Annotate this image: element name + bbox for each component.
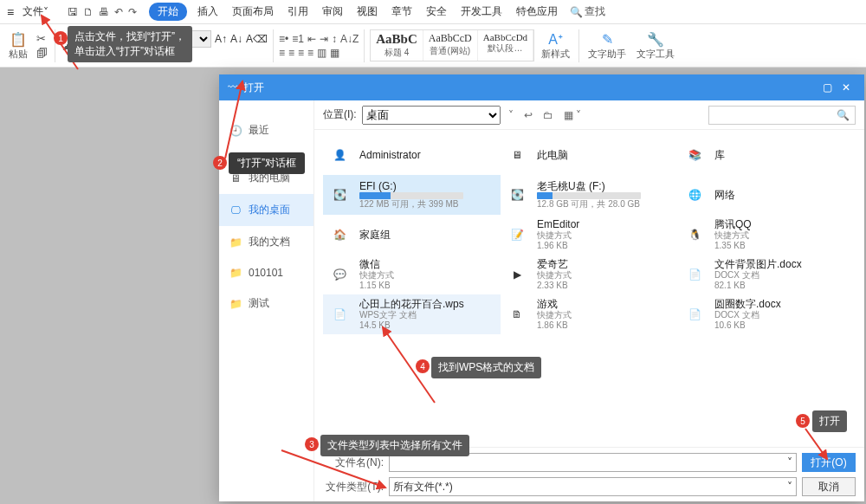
new-folder-icon[interactable]: 🗀 [540,109,556,121]
file-sub2: 122 MB 可用，共 399 MB [359,199,463,210]
file-item[interactable]: 🌐 网络 [678,175,856,215]
maximize-icon[interactable]: ▢ [818,81,837,94]
sidebar-item-desktop[interactable]: 🖵我的桌面 [219,194,313,226]
chevron-down-icon[interactable]: ˅ [506,109,516,121]
view-icon[interactable]: ▦ ˅ [561,109,584,121]
hamburger-icon[interactable]: ≡ [7,5,14,19]
file-item[interactable]: 💽 老毛桃U盘 (F:) 12.8 GB 可用，共 28.0 GB [501,175,678,215]
style-default-para[interactable]: AaBbCcDd 默认段… [478,30,533,61]
close-icon[interactable]: ✕ [837,81,856,94]
search-button[interactable]: 🔍 查找 [570,4,605,19]
align-center-icon[interactable]: ≡ [288,47,294,59]
tab-dev[interactable]: 开发工具 [454,1,509,23]
file-item[interactable]: 💽 EFI (G:) 122 MB 可用，共 399 MB [323,175,501,215]
new-style-icon: Aᐩ [548,31,563,48]
text-tools-button[interactable]: 🔧 文字工具 [633,31,678,61]
writing-assist-button[interactable]: ✎ 文字助手 [585,31,630,61]
search-input[interactable]: 🔍 [708,106,856,125]
file-icon: 📝 [504,222,530,248]
line-spacing-icon[interactable]: ↕ [332,33,337,45]
open-button[interactable]: 打开(O) [802,453,856,472]
file-item[interactable]: 📄 圆圈数字.docx DOCX 文档 10.6 KB [678,294,856,334]
tab-apps[interactable]: 特色应用 [509,1,565,23]
indent-inc-icon[interactable]: ⇥ [320,33,328,45]
sort-icon[interactable]: A↓Z [340,33,359,45]
annotation-3: 文件类型列表中选择所有文件 [320,435,469,456]
tab-review[interactable]: 审阅 [315,1,350,23]
file-sub2: 10.6 KB [714,320,781,331]
file-sub2: 82.1 KB [714,281,802,291]
print-preview-icon[interactable]: 🗋 [83,6,94,18]
clear-format-icon[interactable]: A⌫ [246,33,268,45]
redo-icon[interactable]: ↷ [128,6,137,18]
folder-icon: 📁 [229,298,242,310]
file-name: 家庭组 [359,229,391,241]
tab-layout[interactable]: 页面布局 [225,1,281,23]
up-folder-icon[interactable]: ↩ [521,109,535,121]
shading-icon[interactable]: ▥ [317,47,326,59]
tab-start[interactable]: 开始 [149,3,187,21]
annotation-4: 找到WPS格式的文档 [431,357,541,378]
grow-font-icon[interactable]: A↑ [215,33,227,45]
cut-icon[interactable]: ✂ [36,32,48,45]
save-icon[interactable]: 🖫 [68,6,78,18]
paste-button[interactable]: 📋 粘贴 [5,31,31,61]
location-bar: 位置(I): 桌面 ˅ ↩ 🗀 ▦ ˅ 🔍 [314,100,864,130]
dialog-titlebar[interactable]: 〰 打开 ▢ ✕ [219,74,864,100]
styles-gallery[interactable]: AaBbC 标题 4 AaBbCcD 普通(网站) AaBbCcDd 默认段… [370,29,534,61]
undo-icon[interactable]: ↶ [114,6,123,18]
file-sub2: 12.8 GB 可用，共 28.0 GB [537,199,641,210]
tab-chapter[interactable]: 章节 [385,1,419,23]
tab-insert[interactable]: 插入 [191,1,225,23]
location-select[interactable]: 桌面 [362,106,501,125]
sidebar-item-010101[interactable]: 📁010101 [219,258,313,288]
align-left-icon[interactable]: ≡ [279,47,285,59]
file-item[interactable]: 📄 文件背景图片.docx DOCX 文档 82.1 KB [678,255,856,294]
annotation-badge-3: 3 [305,437,319,451]
file-item[interactable]: ▶ 爱奇艺 快捷方式 2.33 KB [501,255,678,294]
file-item[interactable]: 🗎 游戏 快捷方式 1.86 KB [501,294,678,334]
style-normal-web[interactable]: AaBbCcD 普通(网站) [423,30,478,61]
chevron-down-icon: ˅ [787,481,792,493]
align-justify-icon[interactable]: ≡ [307,47,313,59]
file-icon: 💬 [326,262,352,288]
new-style-button[interactable]: Aᐩ 新样式 [538,31,573,61]
bullet-list-icon[interactable]: ≡• [279,33,288,45]
file-sub: 快捷方式 [359,270,394,281]
file-item[interactable]: 🏠 家庭组 [323,215,501,255]
wrench-icon: 🔧 [647,31,664,48]
file-item[interactable]: 💬 微信 快捷方式 1.15 KB [323,255,501,294]
chevron-down-icon: ˅ [43,6,48,18]
sidebar-item-recent[interactable]: 🕘最近 [219,114,313,146]
tab-view[interactable]: 视图 [350,1,385,23]
tab-references[interactable]: 引用 [281,1,315,23]
file-item[interactable]: 📄 心田上的花开百合.wps WPS文字 文档 14.5 KB [323,294,501,334]
indent-dec-icon[interactable]: ⇤ [307,33,316,45]
tab-security[interactable]: 安全 [419,1,454,23]
file-item[interactable]: 📝 EmEditor 快捷方式 1.96 KB [501,215,678,255]
file-sub: DOCX 文档 [714,270,802,281]
style-heading4[interactable]: AaBbC 标题 4 [371,30,423,61]
file-item[interactable]: 👤 Administrator [323,135,501,175]
file-sub2: 14.5 KB [359,320,464,331]
copy-icon[interactable]: 🗐 [36,47,48,60]
file-icon: 💽 [504,182,530,208]
number-list-icon[interactable]: ≡1 [292,33,304,45]
shrink-font-icon[interactable]: A↓ [230,33,242,45]
borders-icon[interactable]: ▦ [330,47,339,59]
file-icon: 📄 [326,301,352,327]
clipboard-icon: 📋 [10,31,27,48]
file-icon: 🏠 [326,222,352,248]
print-icon[interactable]: 🖶 [99,6,109,18]
file-menu[interactable]: 文件 ˅ [16,1,55,23]
file-item[interactable]: 🖥 此电脑 [501,135,678,175]
dialog-title: 打开 [243,81,818,95]
annotation-badge-2: 2 [213,156,227,170]
cancel-button[interactable]: 取消 [802,477,856,496]
sidebar-item-test[interactable]: 📁测试 [219,288,313,320]
file-item[interactable]: 📚 库 [678,135,856,175]
filetype-select[interactable]: 所有文件(*.*)˅ [389,477,797,496]
sidebar-item-docs[interactable]: 📁我的文档 [219,226,313,258]
file-item[interactable]: 🐧 腾讯QQ 快捷方式 1.35 KB [678,215,856,255]
align-right-icon[interactable]: ≡ [298,47,304,59]
